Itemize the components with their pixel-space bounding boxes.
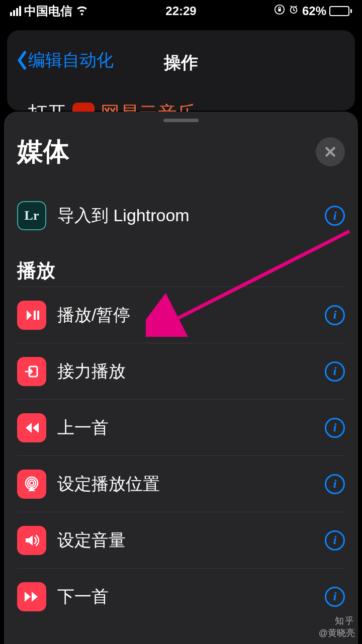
watermark: 知乎 @黄晓亮 bbox=[319, 615, 355, 639]
info-button[interactable]: i bbox=[325, 530, 345, 550]
sheet-grabber[interactable] bbox=[163, 119, 199, 122]
airplay-icon bbox=[17, 470, 46, 499]
info-button[interactable]: i bbox=[325, 305, 345, 325]
watermark-brand: 知乎 bbox=[319, 615, 355, 627]
svg-point-6 bbox=[30, 481, 34, 485]
alarm-icon bbox=[288, 4, 299, 18]
action-play-pause[interactable]: 播放/暂停 i bbox=[17, 287, 345, 343]
nav-card: 编辑自动化 操作 打开 网易云音乐 bbox=[7, 30, 355, 111]
lightroom-icon: Lr bbox=[17, 201, 46, 230]
battery-pct: 62% bbox=[302, 4, 326, 18]
handoff-icon bbox=[17, 357, 46, 386]
watermark-author: @黄晓亮 bbox=[319, 627, 355, 639]
clock: 22:29 bbox=[165, 4, 196, 18]
play-pause-icon bbox=[17, 301, 46, 330]
section-playback: 播放 bbox=[17, 241, 345, 287]
signal-icon bbox=[10, 6, 21, 16]
info-button[interactable]: i bbox=[325, 361, 345, 382]
action-label: 播放/暂停 bbox=[46, 304, 325, 327]
page-title: 操作 bbox=[164, 51, 198, 74]
svg-rect-3 bbox=[34, 311, 36, 320]
action-label: 设定音量 bbox=[46, 529, 325, 552]
info-button[interactable]: i bbox=[325, 587, 345, 607]
wifi-icon bbox=[75, 3, 88, 19]
action-handoff-playback[interactable]: 接力播放 i bbox=[17, 343, 345, 399]
previous-icon bbox=[17, 413, 46, 442]
status-left: 中国电信 bbox=[10, 3, 88, 19]
action-set-volume[interactable]: 设定音量 i bbox=[17, 512, 345, 568]
status-right: 62% bbox=[274, 4, 352, 18]
svg-rect-4 bbox=[37, 311, 39, 320]
action-label: 接力播放 bbox=[46, 360, 325, 383]
action-next-track[interactable]: 下一首 i bbox=[17, 568, 345, 624]
back-button[interactable]: 编辑自动化 bbox=[16, 49, 114, 72]
action-label: 上一首 bbox=[46, 416, 325, 439]
lock-rotation-icon bbox=[274, 4, 285, 18]
back-label: 编辑自动化 bbox=[28, 49, 114, 72]
action-label: 设定播放位置 bbox=[46, 473, 325, 496]
action-label: 导入到 Lightroom bbox=[46, 204, 325, 227]
action-sheet: 媒体 Lr 导入到 Lightroom i 播放 播放/暂停 i 接力播放 i bbox=[4, 112, 358, 644]
info-button[interactable]: i bbox=[325, 418, 345, 438]
svg-rect-1 bbox=[278, 9, 281, 12]
carrier-label: 中国电信 bbox=[24, 3, 72, 19]
action-lightroom[interactable]: Lr 导入到 Lightroom i bbox=[17, 185, 345, 241]
battery-icon bbox=[329, 6, 352, 16]
next-icon bbox=[17, 582, 46, 611]
close-button[interactable] bbox=[316, 137, 345, 166]
action-previous-track[interactable]: 上一首 i bbox=[17, 399, 345, 455]
action-set-destination[interactable]: 设定播放位置 i bbox=[17, 455, 345, 512]
status-bar: 中国电信 22:29 62% bbox=[0, 0, 362, 22]
info-button[interactable]: i bbox=[325, 474, 345, 494]
info-button[interactable]: i bbox=[325, 206, 345, 226]
sheet-title: 媒体 bbox=[17, 134, 69, 169]
volume-icon bbox=[17, 526, 46, 555]
action-label: 下一首 bbox=[46, 585, 325, 608]
svg-point-7 bbox=[28, 479, 36, 487]
